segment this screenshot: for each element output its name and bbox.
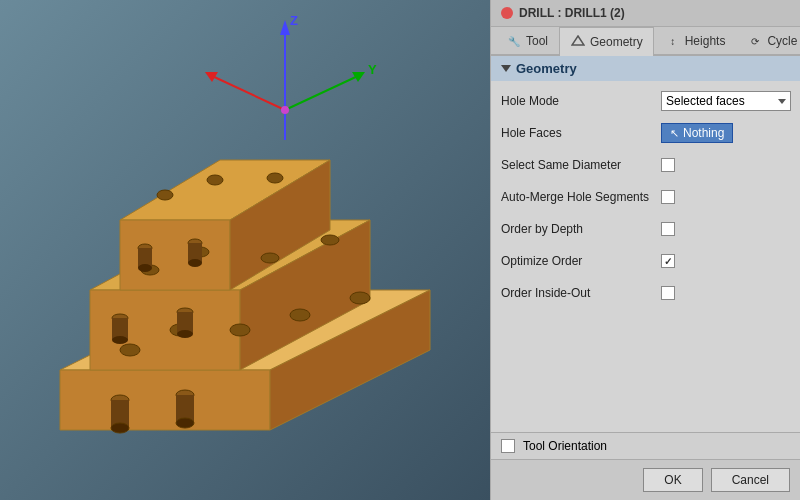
optimize-order-control (661, 254, 790, 268)
panel-title-icon (501, 7, 513, 19)
svg-text:Z: Z (290, 13, 298, 28)
order-by-depth-checkbox[interactable] (661, 222, 675, 236)
panel-title: DRILL : DRILL1 (2) (519, 6, 625, 20)
hole-faces-row: Hole Faces ↖ Nothing (501, 121, 790, 145)
svg-marker-8 (120, 220, 230, 290)
footer: OK Cancel (491, 459, 800, 500)
order-inside-out-control (661, 286, 790, 300)
order-inside-out-checkbox[interactable] (661, 286, 675, 300)
svg-point-21 (267, 173, 283, 183)
tab-geometry[interactable]: Geometry (559, 27, 654, 56)
svg-point-13 (290, 309, 310, 321)
tab-bar: 🔧 Tool Geometry ↕ Heights ⟳ Cycle (491, 27, 800, 56)
collapse-icon (501, 65, 511, 72)
nothing-label: Nothing (683, 126, 724, 140)
hole-faces-label: Hole Faces (501, 126, 661, 140)
hole-mode-control: Selected faces (661, 91, 791, 111)
svg-point-27 (176, 418, 194, 428)
nothing-button[interactable]: ↖ Nothing (661, 123, 733, 143)
svg-point-12 (230, 324, 250, 336)
svg-point-48 (281, 106, 289, 114)
panel-title-bar: DRILL : DRILL1 (2) (491, 0, 800, 27)
svg-point-20 (207, 175, 223, 185)
order-by-depth-control (661, 222, 790, 236)
order-inside-out-row: Order Inside-Out (501, 281, 790, 305)
svg-point-19 (157, 190, 173, 200)
geometry-icon (570, 34, 586, 50)
properties-panel: DRILL : DRILL1 (2) 🔧 Tool Geometry ↕ Hei… (490, 0, 800, 500)
tool-icon: 🔧 (506, 33, 522, 49)
cancel-button[interactable]: Cancel (711, 468, 790, 492)
svg-marker-49 (572, 36, 584, 45)
tab-cycle[interactable]: ⟳ Cycle (736, 27, 800, 54)
order-by-depth-row: Order by Depth (501, 217, 790, 241)
svg-point-30 (112, 336, 128, 344)
ok-button[interactable]: OK (643, 468, 702, 492)
auto-merge-row: Auto-Merge Hole Segments (501, 185, 790, 209)
tab-tool[interactable]: 🔧 Tool (495, 27, 559, 54)
hole-mode-dropdown[interactable]: Selected faces (661, 91, 791, 111)
svg-point-18 (321, 235, 339, 245)
tab-tool-label: Tool (526, 34, 548, 48)
auto-merge-checkbox[interactable] (661, 190, 675, 204)
svg-marker-2 (60, 370, 270, 430)
auto-merge-control (661, 190, 790, 204)
svg-point-39 (188, 259, 202, 267)
svg-point-10 (120, 344, 140, 356)
svg-text:Y: Y (368, 62, 377, 77)
select-same-diameter-label: Select Same Diameter (501, 158, 661, 172)
svg-point-36 (138, 264, 152, 272)
svg-point-17 (261, 253, 279, 263)
auto-merge-label: Auto-Merge Hole Segments (501, 190, 661, 204)
tab-geometry-label: Geometry (590, 35, 643, 49)
tool-orientation-checkbox[interactable] (501, 439, 515, 453)
select-same-diameter-checkbox[interactable] (661, 158, 675, 172)
form-content: Hole Mode Selected faces Hole Faces ↖ No… (491, 81, 800, 432)
svg-point-24 (111, 423, 129, 433)
tool-orientation-row: Tool Orientation (491, 432, 800, 459)
tab-cycle-label: Cycle (767, 34, 797, 48)
hole-mode-value: Selected faces (666, 94, 774, 108)
heights-icon: ↕ (665, 33, 681, 49)
3d-viewport[interactable]: Z Y (0, 0, 490, 500)
cycle-icon: ⟳ (747, 33, 763, 49)
hole-mode-label: Hole Mode (501, 94, 661, 108)
optimize-order-checkbox[interactable] (661, 254, 675, 268)
hole-mode-row: Hole Mode Selected faces (501, 89, 790, 113)
tab-heights-label: Heights (685, 34, 726, 48)
select-same-diameter-row: Select Same Diameter (501, 153, 790, 177)
order-by-depth-label: Order by Depth (501, 222, 661, 236)
hole-faces-control: ↖ Nothing (661, 123, 790, 143)
geometry-section-header[interactable]: Geometry (491, 56, 800, 81)
optimize-order-label: Optimize Order (501, 254, 661, 268)
order-inside-out-label: Order Inside-Out (501, 286, 661, 300)
tool-orientation-label: Tool Orientation (523, 439, 607, 453)
cursor-icon: ↖ (670, 127, 679, 140)
section-title: Geometry (516, 61, 577, 76)
select-same-diameter-control (661, 158, 790, 172)
optimize-order-row: Optimize Order (501, 249, 790, 273)
svg-point-33 (177, 330, 193, 338)
dropdown-arrow-icon (778, 99, 786, 104)
svg-point-14 (350, 292, 370, 304)
tab-heights[interactable]: ↕ Heights (654, 27, 737, 54)
